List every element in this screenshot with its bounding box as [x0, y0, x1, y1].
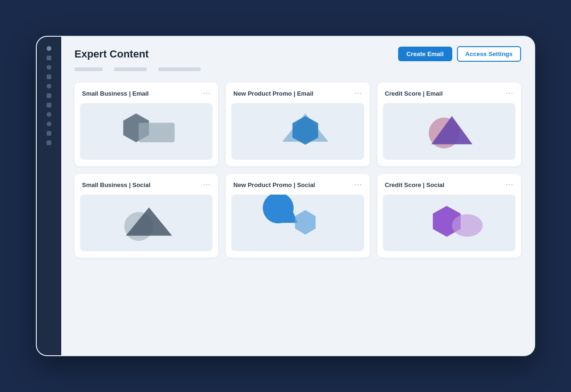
card-new-product-social: New Product Promo | Social ···	[226, 174, 369, 258]
card-credit-score-social: Credit Score | Social ···	[377, 174, 521, 258]
card-header-4: Small Business | Social ···	[74, 174, 218, 195]
device-frame: Expert Content Create Email Access Setti…	[36, 36, 535, 356]
card-title-3: Credit Score | Email	[385, 90, 443, 97]
illustration-2	[231, 103, 364, 160]
sidebar-icon-2[interactable]	[47, 56, 51, 60]
card-menu-4[interactable]: ···	[203, 180, 211, 189]
card-header-6: Credit Score | Social ···	[377, 174, 521, 195]
svg-rect-1	[139, 122, 174, 142]
card-menu-6[interactable]: ···	[506, 180, 514, 189]
card-menu-1[interactable]: ···	[203, 89, 211, 98]
cards-area: Small Business | Email ···	[61, 75, 534, 355]
access-settings-button[interactable]: Access Settings	[457, 46, 521, 62]
create-email-button[interactable]: Create Email	[398, 47, 452, 61]
card-header-2: New Product Promo | Email ···	[226, 82, 369, 103]
sidebar-icon-9[interactable]	[47, 122, 51, 126]
sidebar-icon-4[interactable]	[47, 74, 51, 79]
card-header-5: New Product Promo | Social ···	[226, 174, 369, 195]
top-bar-header: Expert Content Create Email Access Setti…	[74, 46, 521, 62]
svg-point-10	[452, 214, 482, 237]
card-title-5: New Product Promo | Social	[233, 181, 315, 188]
card-small-business-email: Small Business | Email ···	[74, 82, 218, 166]
card-menu-2[interactable]: ···	[354, 89, 362, 98]
card-image-6	[383, 195, 515, 251]
illustration-5	[231, 195, 364, 251]
card-image-5	[231, 195, 364, 251]
illustration-3	[383, 103, 515, 160]
sidebar-icon-6[interactable]	[47, 93, 51, 98]
svg-marker-8	[295, 210, 316, 235]
cards-grid: Small Business | Email ···	[74, 82, 521, 258]
main-content: Expert Content Create Email Access Setti…	[61, 37, 534, 355]
card-title-2: New Product Promo | Email	[233, 90, 313, 97]
card-new-product-email: New Product Promo | Email ···	[226, 82, 369, 166]
card-title-4: Small Business | Social	[82, 181, 150, 188]
tab-1[interactable]	[74, 67, 103, 71]
card-credit-score-email: Credit Score | Email ···	[377, 82, 521, 166]
illustration-6	[383, 195, 515, 251]
card-menu-3[interactable]: ···	[506, 89, 514, 98]
page-title: Expert Content	[74, 48, 149, 60]
tabs-row	[74, 67, 521, 75]
sidebar-icon-1[interactable]	[47, 46, 51, 51]
card-title-6: Credit Score | Social	[385, 181, 444, 188]
sidebar-icon-8[interactable]	[47, 112, 51, 117]
tab-2[interactable]	[114, 67, 147, 71]
sidebar-icon-3[interactable]	[47, 65, 51, 70]
sidebar-icon-7[interactable]	[47, 103, 51, 107]
card-menu-5[interactable]: ···	[354, 180, 362, 189]
sidebar-icon-11[interactable]	[47, 140, 51, 145]
card-small-business-social: Small Business | Social ···	[74, 174, 218, 258]
illustration-4	[80, 195, 212, 251]
card-title-1: Small Business | Email	[82, 90, 149, 97]
sidebar-icon-10[interactable]	[47, 131, 51, 136]
card-header-1: Small Business | Email ···	[74, 82, 218, 103]
card-image-1	[80, 103, 212, 160]
card-image-4	[80, 195, 212, 251]
sidebar-icon-5[interactable]	[47, 84, 51, 89]
card-image-3	[383, 103, 515, 160]
illustration-1	[80, 103, 212, 160]
header-buttons: Create Email Access Settings	[398, 46, 521, 62]
card-header-3: Credit Score | Email ···	[377, 82, 521, 103]
tab-3[interactable]	[158, 67, 201, 71]
card-image-2	[231, 103, 364, 160]
top-bar: Expert Content Create Email Access Setti…	[61, 37, 534, 75]
sidebar	[37, 37, 61, 355]
